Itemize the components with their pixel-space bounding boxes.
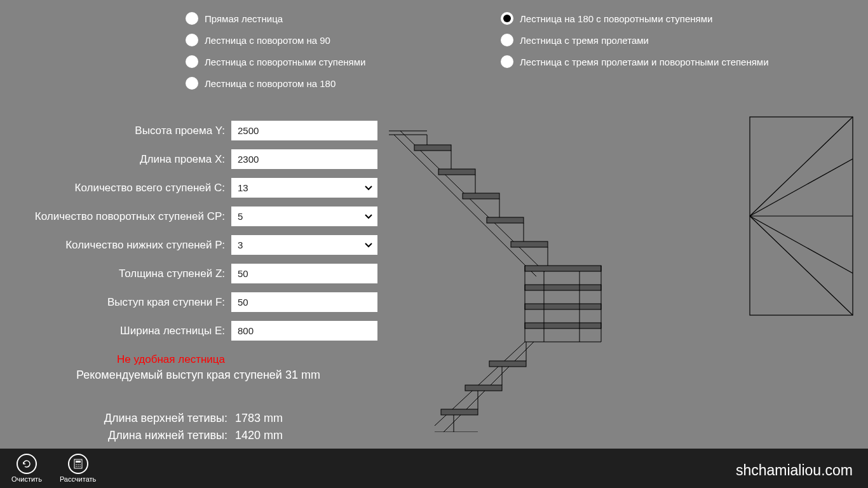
calculate-label: Рассчитать bbox=[60, 475, 96, 483]
select-value: 5 bbox=[238, 211, 243, 222]
svg-line-2 bbox=[394, 135, 536, 276]
radio-winder-steps[interactable]: Лестница с поворотными ступенями bbox=[186, 55, 365, 69]
radio-label: Лестница с поворотом на 180 bbox=[205, 78, 336, 89]
svg-rect-18 bbox=[525, 323, 601, 329]
svg-point-45 bbox=[76, 466, 77, 467]
svg-point-46 bbox=[78, 466, 79, 467]
input-thickness[interactable] bbox=[231, 264, 377, 283]
svg-point-43 bbox=[78, 464, 79, 465]
radio-icon bbox=[186, 34, 198, 46]
svg-line-35 bbox=[750, 117, 853, 216]
calculator-icon bbox=[74, 459, 83, 469]
chevron-down-icon bbox=[365, 214, 372, 219]
recommendation-text: Рекомендуемый выступ края ступеней 31 mm bbox=[13, 369, 384, 382]
result-upper-label: Длина верхней тетивы: bbox=[25, 412, 235, 425]
radio-label: Прямая лестница bbox=[205, 13, 283, 24]
label-lower-steps: Количество нижних ступеней Р: bbox=[13, 239, 231, 252]
radio-turn-90[interactable]: Лестница с поворотом на 90 bbox=[186, 33, 365, 47]
svg-rect-28 bbox=[441, 409, 478, 415]
radio-label: Лестница с тремя пролетами и поворотными… bbox=[520, 57, 769, 67]
clear-button[interactable]: Очистить bbox=[11, 454, 42, 483]
label-length-x: Длина проема X: bbox=[13, 153, 231, 166]
svg-rect-8 bbox=[511, 241, 548, 247]
select-value: 13 bbox=[238, 182, 248, 193]
radio-icon bbox=[501, 12, 513, 25]
svg-line-39 bbox=[750, 216, 853, 315]
clear-label: Очистить bbox=[11, 475, 42, 483]
svg-rect-4 bbox=[414, 145, 451, 151]
select-lower-steps[interactable]: 3 bbox=[231, 235, 377, 255]
svg-point-44 bbox=[79, 464, 81, 465]
radio-180-winder[interactable]: Лестница на 180 с поворотными ступенями bbox=[501, 11, 769, 25]
stair-plan-diagram bbox=[747, 114, 855, 318]
svg-point-47 bbox=[79, 466, 81, 467]
radio-icon bbox=[186, 77, 198, 90]
app-bar: Очистить Рассчитать shchamialiou.com bbox=[0, 449, 868, 488]
radio-three-flights-winder[interactable]: Лестница с тремя пролетами и поворотными… bbox=[501, 55, 769, 69]
radio-three-flights[interactable]: Лестница с тремя пролетами bbox=[501, 33, 769, 47]
svg-rect-41 bbox=[76, 461, 81, 463]
radio-straight-stair[interactable]: Прямая лестница bbox=[186, 11, 365, 25]
radio-turn-180[interactable]: Лестница с поворотом на 180 bbox=[186, 76, 365, 90]
label-height-y: Высота проема Y: bbox=[13, 125, 231, 137]
svg-rect-15 bbox=[525, 266, 601, 271]
radio-icon bbox=[186, 12, 198, 25]
svg-line-38 bbox=[750, 216, 853, 273]
stair-side-diagram bbox=[389, 108, 611, 432]
radio-icon bbox=[501, 55, 513, 68]
input-length-x[interactable] bbox=[231, 149, 377, 169]
svg-line-3 bbox=[400, 131, 545, 272]
label-overhang: Выступ края ступени F: bbox=[13, 296, 231, 309]
radio-icon bbox=[501, 34, 513, 46]
select-value: 3 bbox=[238, 240, 243, 250]
input-height-y[interactable] bbox=[231, 121, 377, 140]
svg-rect-17 bbox=[525, 304, 601, 309]
result-upper-value: 1783 mm bbox=[235, 412, 283, 425]
svg-rect-7 bbox=[487, 217, 524, 223]
calculate-button[interactable]: Рассчитать bbox=[60, 454, 96, 483]
label-turn-steps: Количество поворотных ступеней СP: bbox=[13, 210, 231, 223]
label-width: Ширина лестницы E: bbox=[13, 325, 231, 337]
result-lower-value: 1420 mm bbox=[235, 429, 283, 442]
chevron-down-icon bbox=[365, 243, 372, 248]
brand-text: shchamialiou.com bbox=[736, 462, 853, 479]
input-width[interactable] bbox=[231, 321, 377, 341]
svg-rect-6 bbox=[463, 193, 499, 199]
svg-rect-27 bbox=[465, 385, 502, 391]
radio-label: Лестница на 180 с поворотными ступенями bbox=[520, 13, 712, 24]
select-total-steps[interactable]: 13 bbox=[231, 178, 377, 198]
svg-rect-5 bbox=[438, 169, 475, 175]
svg-point-42 bbox=[76, 464, 77, 465]
radio-label: Лестница с тремя пролетами bbox=[520, 35, 649, 46]
input-overhang[interactable] bbox=[231, 292, 377, 312]
warning-text: Не удобная лестница bbox=[13, 353, 231, 366]
select-turn-steps[interactable]: 5 bbox=[231, 207, 377, 226]
radio-icon bbox=[186, 55, 198, 68]
label-total-steps: Количество всего ступеней С: bbox=[13, 182, 231, 194]
result-lower-label: Длина нижней тетивы: bbox=[25, 429, 235, 442]
svg-line-36 bbox=[750, 159, 853, 216]
chevron-down-icon bbox=[365, 186, 372, 191]
svg-rect-26 bbox=[489, 361, 526, 367]
undo-icon bbox=[22, 459, 32, 469]
radio-label: Лестница с поворотом на 90 bbox=[205, 35, 330, 46]
label-thickness: Толщина ступеней Z: bbox=[13, 268, 231, 280]
radio-label: Лестница с поворотными ступенями bbox=[205, 57, 365, 67]
svg-rect-16 bbox=[525, 285, 601, 290]
